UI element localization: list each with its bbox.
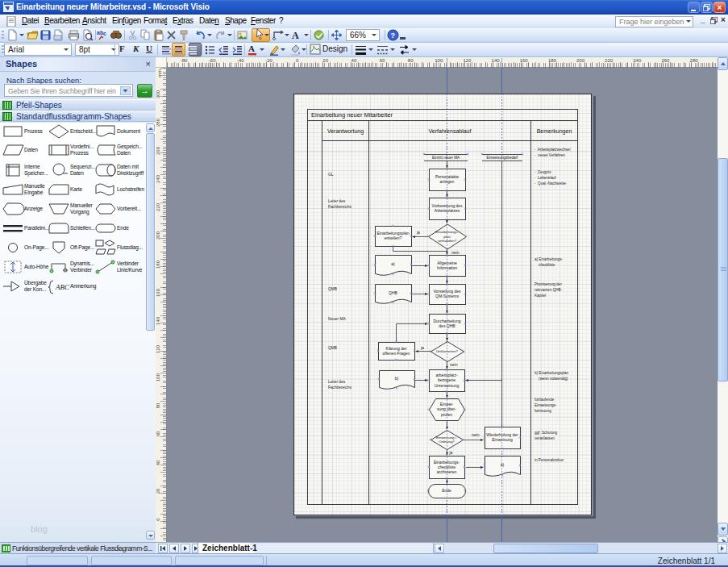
svg-text:- Arbeitsplatzwechsel: - Arbeitsplatzwechsel xyxy=(535,148,570,152)
svg-text:erstellen?: erstellen? xyxy=(385,236,402,240)
svg-text:offenen Fragen: offenen Fragen xyxy=(383,351,410,356)
svg-text:a): a) xyxy=(501,462,505,467)
svg-text:QMB: QMB xyxy=(328,346,337,350)
svg-text:nein: nein xyxy=(450,362,458,367)
svg-text:?: ? xyxy=(391,31,396,40)
svg-text:Einarbeitung neuer Mitarbeiter: Einarbeitung neuer Mitarbeiter xyxy=(311,111,393,119)
svg-text:Fachbereichs: Fachbereichs xyxy=(328,205,352,209)
svg-text:- Lebenslauf: - Lebenslauf xyxy=(535,176,556,180)
svg-text:relevanten QHB-: relevanten QHB- xyxy=(535,288,563,292)
svg-text:betreuung: betreuung xyxy=(535,409,551,413)
svg-text:b): b) xyxy=(395,376,399,381)
svg-text:Priorisierung der: Priorisierung der xyxy=(535,282,562,286)
svg-text:Verfahrensablauf: Verfahrensablauf xyxy=(429,128,472,134)
svg-text:ja: ja xyxy=(420,345,424,350)
svg-text:A: A xyxy=(292,30,299,41)
svg-text:Fachbereichs: Fachbereichs xyxy=(328,386,352,390)
svg-text:Klärung der: Klärung der xyxy=(386,346,407,351)
svg-text:b) Einarbeitungsplan: b) Einarbeitungsplan xyxy=(535,371,569,375)
svg-text:veranlassen: veranlassen xyxy=(535,436,555,440)
svg-text:- Qual.-Nachweise: - Qual.-Nachweise xyxy=(535,181,567,186)
svg-text:Einarbeitungsplan: Einarbeitungsplan xyxy=(376,231,409,236)
svg-text:Kapitel: Kapitel xyxy=(535,294,546,298)
svg-text:nein: nein xyxy=(472,432,480,437)
svg-text:fortlaufende: fortlaufende xyxy=(535,398,555,402)
svg-text:Verantwortung: Verantwortung xyxy=(327,128,364,135)
svg-text:checkliste: checkliste xyxy=(535,263,555,267)
svg-text:A: A xyxy=(248,44,255,53)
svg-text:Bemerkungen: Bemerkungen xyxy=(537,128,572,135)
svg-text:Einweisungsbedarf: Einweisungsbedarf xyxy=(487,156,519,160)
svg-text:Wiederholung der: Wiederholung der xyxy=(486,432,518,437)
svg-text:ja: ja xyxy=(449,450,453,455)
svg-text:ggf. Schulung: ggf. Schulung xyxy=(535,431,558,435)
svg-text:GL: GL xyxy=(328,173,334,177)
svg-text:c: c xyxy=(103,31,106,36)
svg-text:- Zeugnis: - Zeugnis xyxy=(535,170,551,174)
svg-text:(wenn notwendig): (wenn notwendig) xyxy=(535,377,568,381)
svg-text:ab: ab xyxy=(97,30,103,35)
svg-text:Einweisungs-: Einweisungs- xyxy=(535,403,557,407)
svg-text:a) Einarbeitungs-: a) Einarbeitungs- xyxy=(535,257,563,261)
svg-text:ja: ja xyxy=(416,230,420,235)
svg-text:in Personalordner: in Personalordner xyxy=(535,458,564,462)
svg-text:a): a) xyxy=(391,261,395,266)
svg-text:ABC: ABC xyxy=(55,283,70,291)
svg-text:nein: nein xyxy=(451,250,460,255)
svg-text:Leiter des: Leiter des xyxy=(328,199,346,203)
svg-text:Leiter des: Leiter des xyxy=(328,380,346,384)
svg-text:Einweisung: Einweisung xyxy=(492,437,513,442)
svg-text:QHB: QHB xyxy=(389,290,398,295)
svg-text:QMB: QMB xyxy=(328,287,337,291)
svg-text:Eintritt neuer MA: Eintritt neuer MA xyxy=(432,156,460,160)
svg-text:Neuer MA: Neuer MA xyxy=(328,317,346,321)
svg-text:- neues Verfahren: - neues Verfahren xyxy=(535,153,565,157)
